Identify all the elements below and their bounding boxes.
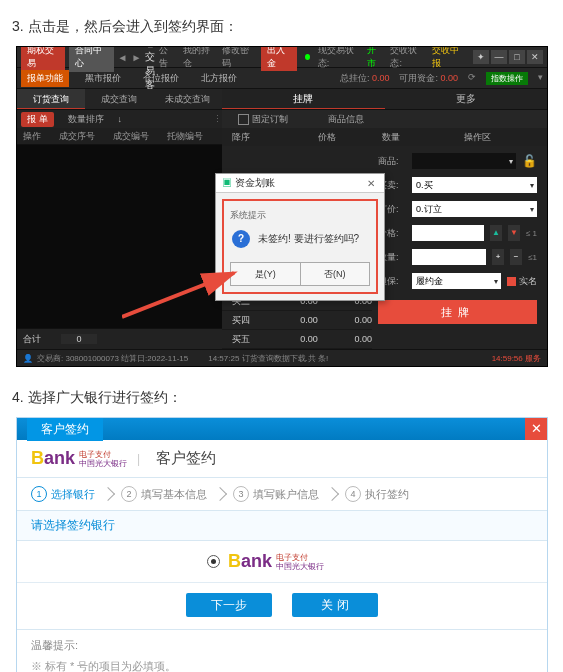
bank-option-logo: Bank 电子支付 中国光大银行 xyxy=(228,551,324,572)
fund-transfer-dialog: ▣ 资金划账 ✕ 系统提示 ? 未签约! 要进行签约吗? 是(Y) 否(N) xyxy=(215,173,385,301)
depth-price: 0.00 xyxy=(282,315,318,325)
app-statusbar: 👤 交易商: 308001000073 结算日:2022-11-15 14:57… xyxy=(17,349,547,366)
side-select[interactable]: 0.买 ▾ xyxy=(412,177,537,193)
bank-titlebar: 客户签约 ✕ xyxy=(17,418,547,440)
chevron-right-icon xyxy=(325,487,339,501)
step-label: 填写基本信息 xyxy=(141,487,207,502)
col-op: 操作 xyxy=(23,130,41,143)
titlebar-tab-2[interactable]: 合同中心 xyxy=(69,46,113,72)
dialog-close-icon[interactable]: ✕ xyxy=(364,178,378,189)
depth-row: 买五 0.00 0.00 xyxy=(222,330,372,349)
index-ops-button[interactable]: 指数操作 xyxy=(486,72,528,85)
maximize-icon[interactable]: □ xyxy=(509,50,525,64)
logo-sub2: 中国光大银行 xyxy=(79,459,127,468)
bank-close-icon[interactable]: ✕ xyxy=(525,418,547,440)
user-icon: 👤 xyxy=(23,354,33,363)
close-button[interactable]: 关 闭 xyxy=(292,593,378,617)
col-fillid: 成交编号 xyxy=(113,130,149,143)
realname-label: 实名 xyxy=(519,275,537,288)
trading-app-screenshot: 期权交易 合同中心 ◄ ► 北方生态交易客户端 公告 我的持仓 修改密码 出入金… xyxy=(16,46,548,367)
tab-more[interactable]: 更多 xyxy=(385,89,548,109)
depth-row: 买四 0.00 0.00 xyxy=(222,311,372,330)
market-status-value: 开市 xyxy=(367,46,383,70)
deposit-button[interactable]: 出入金 xyxy=(261,46,296,71)
close-icon[interactable]: ✕ xyxy=(527,50,543,64)
toolbox-icon[interactable]: ✦ xyxy=(473,50,489,64)
fee-select[interactable]: 履约金 ▾ xyxy=(412,273,501,289)
left-more-icon[interactable]: ⋮ xyxy=(213,114,222,124)
link-positions[interactable]: 我的持仓 xyxy=(183,46,214,70)
type-select[interactable]: 0.订立 ▾ xyxy=(412,201,537,217)
qty-up[interactable]: + xyxy=(492,249,504,265)
link-changepwd[interactable]: 修改密码 xyxy=(222,46,253,70)
bank-choice-row[interactable]: Bank 电子支付 中国光大银行 xyxy=(17,541,547,583)
price-hint: ≤ 1 xyxy=(526,229,537,238)
left-foot-label: 合计 xyxy=(23,333,41,346)
sum-lots-value: 0.00 xyxy=(372,73,390,83)
step-4: 4执行签约 xyxy=(345,486,409,502)
submit-order-button[interactable]: 报 单 xyxy=(21,112,54,127)
step-2: 2填写基本信息 xyxy=(121,486,207,502)
prod-label: 商品: xyxy=(378,155,406,168)
tool-tab-3[interactable]: 仓位报价 xyxy=(137,70,185,87)
bank-top-tab[interactable]: 客户签约 xyxy=(27,418,103,441)
margin-value: 0.00 xyxy=(440,73,458,83)
chevron-right-icon xyxy=(101,487,115,501)
doc-heading-4: 4. 选择广大银行进行签约： xyxy=(12,389,551,407)
minimize-icon[interactable]: ― xyxy=(491,50,507,64)
choice-sub1: 电子支付 xyxy=(276,553,324,562)
left-pane: 订货查询 成交查询 未成交查询 报 单 数量排序 ↓ ⋮ 操作 成交序号 成交编… xyxy=(17,89,222,349)
dialog-no-button[interactable]: 否(N) xyxy=(301,262,371,286)
chevron-down-icon[interactable]: ▾ xyxy=(538,72,543,85)
left-tab-unfilled[interactable]: 未成交查询 xyxy=(154,89,222,109)
titlebar-tab-1[interactable]: 期权交易 xyxy=(21,46,65,72)
price-input[interactable] xyxy=(412,225,484,241)
link-announce[interactable]: 公告 xyxy=(159,46,175,70)
left-grid-body xyxy=(17,144,222,328)
bank-hints: 温馨提示: ※ 标有 * 号的项目为必填项。 ※ 请您尽量不要在网吧等公共场所使… xyxy=(17,630,547,672)
qty-down[interactable]: − xyxy=(510,249,522,265)
product-select[interactable]: ▾ xyxy=(412,153,516,169)
next-button[interactable]: 下一步 xyxy=(186,593,272,617)
depth-name: 买五 xyxy=(232,333,264,346)
lock-icon[interactable]: 🔓 xyxy=(522,154,537,168)
sort-dir-icon[interactable]: ↓ xyxy=(118,114,123,124)
tab-listing[interactable]: 挂牌 xyxy=(222,89,385,109)
fixed-order-checkbox[interactable]: 固定订制 xyxy=(238,113,288,126)
tool-tab-2[interactable]: 黑市报价 xyxy=(79,70,127,87)
list-order-button[interactable]: 挂牌 xyxy=(378,300,537,324)
depth-qty: 0.00 xyxy=(336,315,372,325)
margin-label: 可用资金: xyxy=(399,73,438,83)
qty-input[interactable] xyxy=(412,249,486,265)
close-status-label: 交收状态: xyxy=(390,46,423,70)
bank-steps: 1选择银行 2填写基本信息 3填写账户信息 4执行签约 xyxy=(17,478,547,510)
col-price: 价格 xyxy=(290,131,336,144)
bank-logo-icon: Bank xyxy=(228,551,272,572)
col-ops: 操作区 xyxy=(418,131,547,144)
tool-tab-order[interactable]: 报单功能 xyxy=(21,70,69,87)
shield-icon: ▣ xyxy=(222,177,232,188)
order-form: 商品: ▾ 🔓 买卖: 0.买 ▾ xyxy=(372,146,547,349)
app-titlebar: 期权交易 合同中心 ◄ ► 北方生态交易客户端 公告 我的持仓 修改密码 出入金… xyxy=(17,47,547,68)
realname-checkbox[interactable]: 实名 xyxy=(507,275,537,288)
status-time-text: 14:57:25 订货查询数据下载.共 条! xyxy=(208,353,328,364)
market-status-label: 现交易状态: xyxy=(318,46,359,70)
type-value: 0.订立 xyxy=(416,203,442,216)
product-info-link[interactable]: 商品信息 xyxy=(328,113,364,126)
nav-next-icon[interactable]: ► xyxy=(131,52,141,63)
dialog-title: 资金划账 xyxy=(235,177,275,188)
price-up[interactable]: ▲ xyxy=(490,225,502,241)
nav-prev-icon[interactable]: ◄ xyxy=(118,52,128,63)
checkbox-icon xyxy=(238,114,249,125)
price-down[interactable]: ▼ xyxy=(508,225,520,241)
refresh-icon[interactable]: ⟳ xyxy=(468,72,476,85)
tool-tab-4[interactable]: 北方报价 xyxy=(195,70,243,87)
bank-header: Bank 电子支付 中国光大银行 | 客户签约 xyxy=(17,440,547,478)
fee-value: 履约金 xyxy=(416,275,443,288)
step-label: 执行签约 xyxy=(365,487,409,502)
left-tab-filled[interactable]: 成交查询 xyxy=(85,89,153,109)
dialog-message: 未签约! 要进行签约吗? xyxy=(258,232,359,246)
left-tab-orders[interactable]: 订货查询 xyxy=(17,89,85,109)
dialog-inner-title: 系统提示 xyxy=(230,209,370,222)
dialog-yes-button[interactable]: 是(Y) xyxy=(230,262,301,286)
